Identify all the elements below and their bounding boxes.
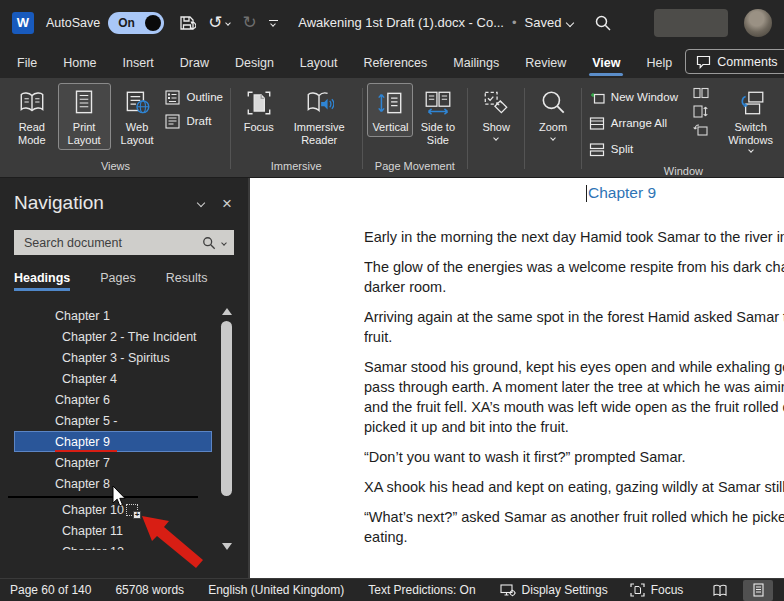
switch-windows-label: Switch Windows [725,121,776,147]
navigation-pane: Navigation × HeadingsPagesResults Chapte… [0,178,248,578]
status-bar: Page 60 of 140 65708 words English (Unit… [0,578,784,601]
text-line: picked it up and bit into the fruit. [364,417,784,437]
synchronous-scrolling-icon[interactable] [693,105,709,118]
split-label: Split [611,143,633,155]
search-input[interactable] [22,235,202,251]
nav-headings-list: Chapter 1Chapter 2 - The IncidentChapter… [0,305,214,550]
text-line: pass through earth. A moment later the t… [364,377,784,397]
web-layout-button[interactable]: Web Layout [111,83,164,150]
focus-mode-button[interactable]: Focus [630,583,684,597]
side-to-side-button[interactable]: Side to Side [413,83,462,150]
print-layout-view-button[interactable] [743,580,773,601]
tab-file[interactable]: File [4,50,50,78]
read-mode-icon [17,88,47,118]
text-line: darker room. [364,277,784,297]
print-layout-button[interactable]: Print Layout [58,83,111,150]
print-layout-label: Print Layout [62,121,107,147]
nav-heading-item[interactable]: Chapter 10 [14,499,212,520]
document-title: Awakening 1st Draft (1).docx - Co... [298,15,504,30]
nav-heading-item[interactable]: Chapter 2 - The Incident [14,326,212,347]
nav-scrollbar[interactable] [220,308,234,550]
switch-windows-button[interactable]: Switch Windows [721,83,780,155]
nav-heading-item[interactable]: Chapter 8 [14,473,212,494]
draft-button[interactable]: Draft [165,111,222,131]
title-bar: W AutoSave On ↺ ↻ Awakening 1st Draft (1… [0,0,784,45]
tab-review[interactable]: Review [512,50,579,78]
tab-mailings[interactable]: Mailings [440,50,512,78]
page-count[interactable]: Page 60 of 140 [10,583,91,597]
nav-heading-item[interactable]: Chapter 6 [14,389,212,410]
nav-heading-item[interactable]: Chapter 4 [14,368,212,389]
focus-button[interactable]: Focus [236,83,282,137]
side-to-side-label: Side to Side [417,121,458,147]
window-group: New Window Arrange All Split [583,80,784,177]
nav-tab-results[interactable]: Results [166,271,208,291]
autosave-state: On [118,16,135,30]
immersive-reader-label: Immersive Reader [286,121,353,147]
nav-search-box[interactable] [14,230,234,255]
nav-heading-item[interactable]: Chapter 9 [14,431,212,452]
search-options-chevron-icon[interactable] [221,240,227,246]
new-window-button[interactable]: New Window [589,87,678,107]
show-group: Show [469,80,523,177]
tab-help[interactable]: Help [633,50,685,78]
scrollbar-thumb[interactable] [221,321,232,496]
tab-design[interactable]: Design [222,50,287,78]
save-status-menu[interactable]: Saved [525,15,574,30]
read-mode-view-button[interactable] [705,580,735,601]
outline-button[interactable]: Outline [165,87,222,107]
zoom-button[interactable]: Zoom [530,83,576,143]
nav-heading-item[interactable]: Chapter 12 [14,541,212,550]
tab-insert[interactable]: Insert [110,50,167,78]
nav-tab-headings[interactable]: Headings [14,271,70,291]
read-mode-button[interactable]: Read Mode [6,83,58,150]
display-settings-button[interactable]: Display Settings [500,583,608,597]
show-button[interactable]: Show [473,83,519,143]
nav-heading-item[interactable]: Chapter 7 [14,452,212,473]
tab-layout[interactable]: Layout [287,50,351,78]
text-line: and the fruit fell. XA’s mouth was left … [364,397,784,417]
autosave-toggle[interactable]: On [108,12,164,34]
save-icon[interactable] [178,14,196,32]
tab-draw[interactable]: Draw [167,50,222,78]
reset-window-position-icon[interactable] [693,123,709,136]
avatar[interactable] [744,9,772,37]
word-count[interactable]: 65708 words [115,583,184,597]
ribbon-tab-bar: FileHomeInsertDrawDesignLayoutReferences… [0,45,784,78]
focus-mode-label: Focus [651,583,684,597]
document-area: Chapter 9 Early in the morning the next … [248,178,784,578]
qat-overflow-button[interactable] [269,20,278,26]
arrange-all-button[interactable]: Arrange All [589,113,678,133]
nav-tab-pages[interactable]: Pages [100,271,135,291]
document-body[interactable]: Early in the morning the next day Hamid … [364,227,784,557]
immersive-reader-button[interactable]: Immersive Reader [282,83,357,150]
view-side-by-side-icon[interactable] [693,87,709,100]
split-button[interactable]: Split [589,139,678,159]
paragraph: “Don’t you want to wash it first?” promp… [364,447,784,467]
tab-home[interactable]: Home [50,50,109,78]
nav-heading-item[interactable]: Chapter 1 [14,305,212,326]
nav-options-chevron-icon[interactable] [197,199,205,207]
show-icon [481,88,511,118]
nav-heading-item[interactable]: Chapter 11 [14,520,212,541]
drag-insertion-line [8,496,198,498]
text-predictions-status[interactable]: Text Predictions: On [368,583,475,597]
undo-button[interactable]: ↺ [208,14,230,31]
navigation-title: Navigation [14,192,182,214]
scroll-up-icon[interactable] [222,308,232,315]
outline-icon [165,90,180,105]
nav-close-icon[interactable]: × [222,195,232,212]
language-status[interactable]: English (United Kingdom) [208,583,344,597]
search-icon[interactable] [594,14,612,32]
comments-button[interactable]: Comments [685,49,784,74]
tab-references[interactable]: References [350,50,440,78]
document-page[interactable]: Chapter 9 Early in the morning the next … [250,178,784,578]
nav-heading-item[interactable]: Chapter 5 - [14,410,212,431]
immersive-group-label: Immersive [232,158,361,177]
scroll-down-icon[interactable] [222,543,232,550]
tab-view[interactable]: View [579,50,633,78]
vertical-button[interactable]: Vertical [367,83,413,137]
ribbon: Read Mode Print Layout Web Layout Outlin… [0,78,784,178]
nav-heading-item[interactable]: Chapter 3 - Spiritus [14,347,212,368]
chapter-heading: Chapter 9 [586,184,656,202]
